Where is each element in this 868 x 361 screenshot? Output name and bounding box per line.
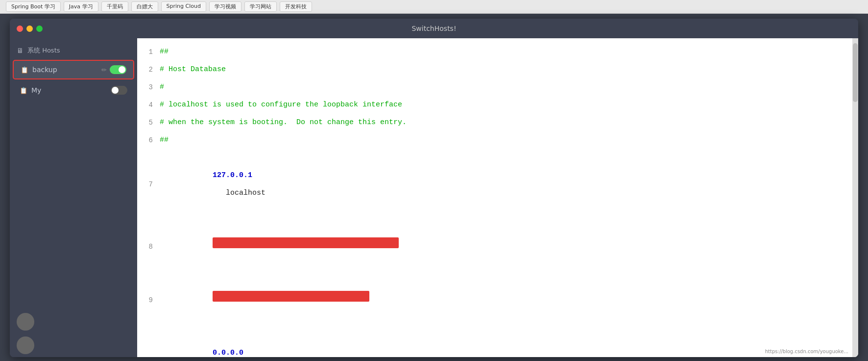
line-content-9 — [160, 273, 858, 327]
minimize-button[interactable] — [26, 26, 33, 32]
window-title: SwitchHosts! — [411, 25, 456, 32]
line-content-7: 127.0.0.1 localhost — [160, 149, 858, 220]
line-9: 9 — [137, 273, 858, 327]
avatar-2 — [17, 336, 34, 354]
line-content-5: # when the system is booting. Do not cha… — [160, 114, 858, 131]
redbar-9 — [213, 291, 369, 302]
sidebar-item-my-actions — [111, 86, 127, 95]
line-5: 5 # when the system is booting. Do not c… — [137, 114, 858, 131]
sidebar-item-backup-label: backup — [32, 66, 101, 74]
line-content-4: # localhost is used to configure the loo… — [160, 96, 858, 114]
item-icon-backup: 📋 — [21, 66, 28, 74]
tab-spring-boot[interactable]: Spring Boot 学习 — [6, 1, 61, 12]
item-icon-my: 📋 — [20, 87, 27, 94]
browser-bar: Spring Boot 学习 Java 学习 千里码 白嫖大 Spring Cl… — [0, 0, 868, 14]
tab-video[interactable]: 学习视频 — [209, 1, 241, 12]
sidebar-item-backup-actions: ✏️ — [101, 65, 126, 74]
tab-qianli[interactable]: 千里码 — [101, 1, 128, 12]
sidebar-section-header: 🖥 系统 Hosts — [10, 42, 137, 59]
browser-tabs: Spring Boot 学习 Java 学习 千里码 白嫖大 Spring Cl… — [6, 1, 862, 12]
line-number-7: 7 — [137, 176, 160, 193]
tab-spring-cloud[interactable]: Spring Cloud — [161, 1, 206, 12]
footer-hint: https://blog.csdn.com/youguoke... — [765, 349, 848, 354]
redbar-8 — [213, 237, 399, 248]
line-content-3: # — [160, 78, 858, 96]
tab-java[interactable]: Java 学习 — [64, 1, 98, 12]
line-content-2: # Host Database — [160, 61, 858, 78]
sidebar-item-my-label: My — [31, 86, 111, 94]
edit-icon-backup[interactable]: ✏️ — [101, 66, 107, 74]
toggle-backup[interactable] — [110, 65, 126, 74]
line-4: 4 # localhost is used to configure the l… — [137, 96, 858, 114]
window-body: 🖥 系统 Hosts 📋 backup ✏️ 📋 My — [10, 38, 858, 357]
line-number-4: 4 — [137, 96, 160, 114]
host-7: localhost — [213, 189, 265, 197]
sidebar: 🖥 系统 Hosts 📋 backup ✏️ 📋 My — [10, 38, 137, 357]
line-6: 6 ## — [137, 131, 858, 149]
toggle-my-knob — [112, 87, 119, 94]
avatar-1 — [17, 313, 34, 331]
close-button[interactable] — [17, 26, 23, 32]
editor-area: 1 ## 2 # Host Database 3 # 4 # localhost… — [137, 38, 858, 357]
line-content-8 — [160, 220, 858, 273]
line-content-6: ## — [160, 131, 858, 149]
ip-7: 127.0.0.1 — [213, 171, 252, 180]
line-number-6: 6 — [137, 131, 160, 149]
tab-baipiao[interactable]: 白嫖大 — [131, 1, 158, 12]
window-controls — [17, 26, 43, 32]
line-2: 2 # Host Database — [137, 61, 858, 78]
line-content-1: ## — [160, 43, 858, 61]
ip-10: 0.0.0.0 — [213, 349, 243, 357]
editor-scrollbar[interactable] — [852, 38, 858, 357]
line-number-8: 8 — [137, 238, 160, 256]
sidebar-item-backup[interactable]: 📋 backup ✏️ — [13, 60, 134, 79]
sidebar-item-my[interactable]: 📋 My — [13, 81, 134, 99]
editor-content[interactable]: 1 ## 2 # Host Database 3 # 4 # localhost… — [137, 38, 858, 357]
main-window: SwitchHosts! 🖥 系统 Hosts 📋 backup ✏️ — [10, 19, 858, 357]
tab-dev[interactable]: 开发科技 — [280, 1, 312, 12]
line-number-3: 3 — [137, 78, 160, 96]
tab-site[interactable]: 学习网站 — [244, 1, 277, 12]
line-number-5: 5 — [137, 114, 160, 131]
line-3: 3 # — [137, 78, 858, 96]
maximize-button[interactable] — [36, 26, 43, 32]
monitor-icon: 🖥 — [17, 47, 24, 54]
line-number-2: 2 — [137, 61, 160, 78]
line-7: 7 127.0.0.1 localhost — [137, 149, 858, 220]
toggle-backup-knob — [119, 66, 125, 73]
line-8: 8 — [137, 220, 858, 273]
line-content-10: 0.0.0.0 account.jetbrains.com — [160, 327, 858, 357]
scrollbar-thumb — [853, 43, 858, 102]
line-number-10: 10 — [137, 353, 160, 357]
system-hosts-label: 系统 Hosts — [27, 46, 60, 55]
line-number-1: 1 — [137, 43, 160, 61]
line-1: 1 ## — [137, 43, 858, 61]
toggle-my[interactable] — [111, 86, 127, 95]
line-10: 10 0.0.0.0 account.jetbrains.com — [137, 327, 858, 357]
line-number-9: 9 — [137, 291, 160, 309]
title-bar: SwitchHosts! — [10, 19, 858, 38]
